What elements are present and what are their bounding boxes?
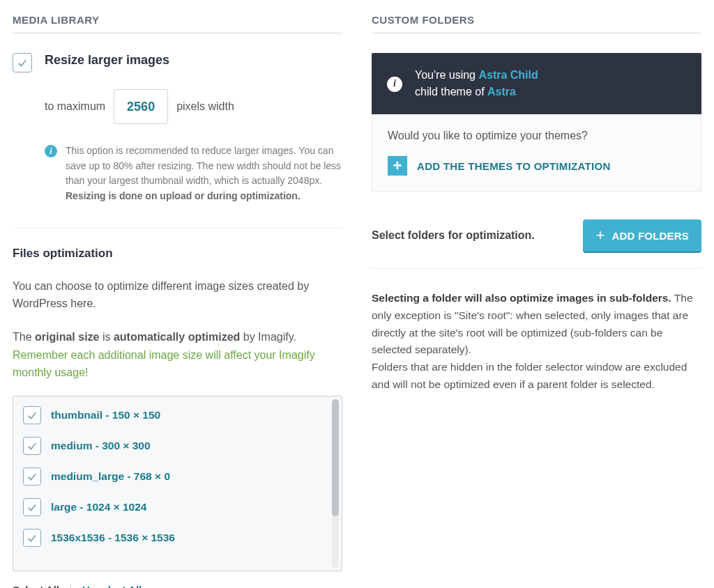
check-icon — [26, 409, 38, 421]
image-sizes-panel: thumbnail - 150 × 150 medium - 300 × 300… — [13, 396, 342, 571]
size-item: medium_large - 768 × 0 — [23, 467, 333, 486]
files-warn: Remember each additional image size will… — [13, 349, 315, 379]
size-checkbox[interactable] — [23, 467, 41, 486]
theme-banner: i You're using Astra Child child theme o… — [372, 53, 701, 114]
plus-icon: + — [595, 228, 605, 243]
add-themes-button[interactable]: + ADD THE THEMES TO OPTIMIZATION — [388, 156, 611, 176]
resize-info-text: This option is recommended to reduce lar… — [66, 144, 342, 204]
files-line2-pre: The — [13, 331, 35, 343]
size-label: medium - 300 × 300 — [51, 440, 151, 452]
files-line2-s2: automatically optimized — [114, 331, 240, 343]
unselect-all-button[interactable]: Unselect All — [82, 584, 142, 588]
size-checkbox[interactable] — [23, 529, 41, 547]
divider — [13, 228, 342, 229]
info-icon: i — [45, 145, 57, 157]
check-icon — [16, 56, 29, 69]
resize-label: Resize larger images — [45, 53, 169, 68]
size-item: large - 1024 × 1024 — [23, 498, 333, 516]
size-label: 1536x1536 - 1536 × 1536 — [51, 532, 175, 544]
files-line2-mid: is — [99, 331, 113, 343]
scrollbar[interactable] — [332, 399, 339, 568]
media-library-heading: Media Library — [13, 14, 342, 33]
resize-prefix: to maximum — [45, 100, 105, 113]
size-checkbox[interactable] — [23, 406, 41, 424]
info-icon: i — [387, 77, 402, 92]
size-checkbox[interactable] — [23, 498, 41, 516]
add-folders-label: ADD FOLDERS — [612, 230, 689, 242]
select-folders-label: Select folders for optimization. — [372, 229, 535, 242]
resize-width-input[interactable] — [114, 89, 168, 124]
check-icon — [26, 440, 38, 452]
theme-mid: child theme of — [415, 86, 487, 98]
size-item: thumbnail - 150 × 150 — [23, 406, 333, 424]
size-item: medium - 300 × 300 — [23, 437, 333, 455]
files-optimization-heading: Files optimization — [13, 247, 342, 261]
size-item: 1536x1536 - 1536 × 1536 — [23, 529, 333, 547]
files-lead: You can choose to optimize different ima… — [13, 277, 342, 313]
scrollbar-thumb[interactable] — [332, 399, 339, 516]
size-label: thumbnail - 150 × 150 — [51, 409, 160, 421]
check-icon — [26, 501, 38, 513]
theme-pre: You're using — [415, 69, 478, 81]
check-icon — [26, 470, 38, 483]
plus-icon: + — [388, 156, 407, 176]
theme-parent-link[interactable]: Astra — [487, 86, 516, 98]
files-line2-post: by Imagify. — [240, 331, 296, 343]
files-line2-s1: original size — [35, 331, 99, 343]
divider — [70, 584, 71, 588]
theme-question: Would you like to optimize your themes? — [388, 130, 685, 142]
size-checkbox[interactable] — [23, 437, 41, 455]
add-themes-label: ADD THE THEMES TO OPTIMIZATION — [417, 160, 611, 172]
size-label: large - 1024 × 1024 — [51, 501, 146, 513]
custom-folders-heading: Custom Folders — [372, 14, 701, 33]
check-icon — [26, 532, 38, 544]
resize-checkbox[interactable] — [13, 53, 32, 72]
resize-suffix: pixels width — [176, 100, 234, 113]
add-folders-button[interactable]: + ADD FOLDERS — [583, 219, 701, 252]
select-all-button[interactable]: Select All — [13, 584, 59, 588]
folder-description: Selecting a folder will also optimize im… — [372, 290, 701, 394]
size-label: medium_large - 768 × 0 — [51, 470, 170, 483]
theme-child-link[interactable]: Astra Child — [478, 69, 538, 81]
